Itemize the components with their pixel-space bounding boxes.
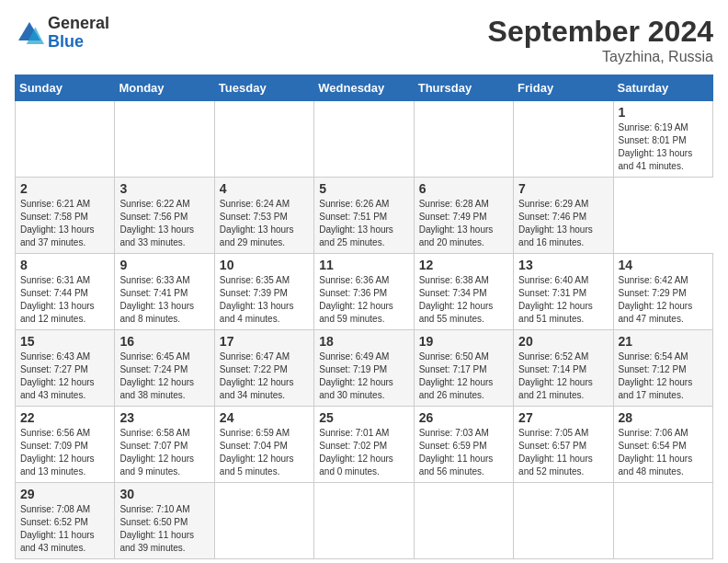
logo-general: General bbox=[48, 14, 109, 32]
calendar-cell: 18 Sunrise: 6:49 AMSunset: 7:19 PMDaylig… bbox=[314, 330, 414, 407]
calendar-cell bbox=[16, 101, 115, 178]
calendar-cell bbox=[214, 101, 313, 178]
day-number: 17 bbox=[220, 334, 309, 349]
calendar-week-5: 29 Sunrise: 7:08 AMSunset: 6:52 PMDaylig… bbox=[16, 483, 713, 559]
calendar-cell: 17 Sunrise: 6:47 AMSunset: 7:22 PMDaylig… bbox=[214, 330, 313, 407]
day-number: 18 bbox=[319, 334, 408, 349]
day-info: Sunrise: 6:47 AMSunset: 7:22 PMDaylight:… bbox=[220, 350, 309, 402]
calendar-cell: 8 Sunrise: 6:31 AMSunset: 7:44 PMDayligh… bbox=[16, 254, 115, 330]
day-number: 21 bbox=[619, 334, 708, 349]
calendar-cell: 24 Sunrise: 6:59 AMSunset: 7:04 PMDaylig… bbox=[214, 407, 313, 483]
day-number: 25 bbox=[319, 410, 408, 425]
calendar-cell: 12 Sunrise: 6:38 AMSunset: 7:34 PMDaylig… bbox=[414, 254, 513, 330]
col-monday: Monday bbox=[115, 75, 214, 101]
month-title: September 2024 bbox=[488, 15, 713, 49]
day-number: 11 bbox=[319, 258, 408, 272]
calendar-cell: 27 Sunrise: 7:05 AMSunset: 6:57 PMDaylig… bbox=[514, 407, 613, 483]
day-number: 20 bbox=[518, 334, 608, 349]
calendar-cell: 20 Sunrise: 6:52 AMSunset: 7:14 PMDaylig… bbox=[514, 330, 613, 407]
calendar-cell: 2 Sunrise: 6:21 AMSunset: 7:58 PMDayligh… bbox=[16, 178, 115, 254]
day-info: Sunrise: 6:52 AMSunset: 7:14 PMDaylight:… bbox=[518, 350, 608, 402]
calendar-week-4: 22 Sunrise: 6:56 AMSunset: 7:09 PMDaylig… bbox=[16, 407, 713, 483]
title-section: September 2024 Tayzhina, Russia bbox=[488, 15, 713, 65]
calendar-cell: 5 Sunrise: 6:26 AMSunset: 7:51 PMDayligh… bbox=[314, 178, 414, 254]
logo-text: General Blue bbox=[48, 15, 109, 52]
day-info: Sunrise: 6:35 AMSunset: 7:39 PMDaylight:… bbox=[220, 274, 309, 326]
day-number: 9 bbox=[119, 258, 209, 272]
col-saturday: Saturday bbox=[613, 75, 712, 101]
day-info: Sunrise: 6:50 AMSunset: 7:17 PMDaylight:… bbox=[419, 350, 508, 402]
day-info: Sunrise: 6:26 AMSunset: 7:51 PMDaylight:… bbox=[319, 198, 408, 249]
day-info: Sunrise: 6:19 AMSunset: 8:01 PMDaylight:… bbox=[619, 121, 708, 173]
day-info: Sunrise: 7:08 AMSunset: 6:52 PMDaylight:… bbox=[20, 503, 109, 555]
day-number: 22 bbox=[20, 410, 109, 425]
calendar-week-0: 1 Sunrise: 6:19 AMSunset: 8:01 PMDayligh… bbox=[16, 101, 713, 178]
calendar-cell: 26 Sunrise: 7:03 AMSunset: 6:59 PMDaylig… bbox=[414, 407, 513, 483]
page-header: General Blue September 2024 Tayzhina, Ru… bbox=[15, 15, 713, 65]
calendar-cell: 15 Sunrise: 6:43 AMSunset: 7:27 PMDaylig… bbox=[16, 330, 115, 407]
calendar-cell: 21 Sunrise: 6:54 AMSunset: 7:12 PMDaylig… bbox=[613, 330, 712, 407]
day-info: Sunrise: 6:56 AMSunset: 7:09 PMDaylight:… bbox=[20, 427, 109, 478]
day-info: Sunrise: 6:29 AMSunset: 7:46 PMDaylight:… bbox=[518, 198, 608, 249]
day-number: 7 bbox=[518, 181, 608, 196]
calendar-table: Sunday Monday Tuesday Wednesday Thursday… bbox=[15, 75, 713, 559]
calendar-week-1: 2 Sunrise: 6:21 AMSunset: 7:58 PMDayligh… bbox=[16, 178, 713, 254]
calendar-cell: 30 Sunrise: 7:10 AMSunset: 6:50 PMDaylig… bbox=[115, 483, 214, 559]
calendar-cell: 14 Sunrise: 6:42 AMSunset: 7:29 PMDaylig… bbox=[613, 254, 712, 330]
logo-blue: Blue bbox=[48, 32, 84, 51]
day-number: 8 bbox=[20, 258, 109, 272]
col-wednesday: Wednesday bbox=[314, 75, 414, 101]
calendar-cell: 22 Sunrise: 6:56 AMSunset: 7:09 PMDaylig… bbox=[16, 407, 115, 483]
calendar-cell: 28 Sunrise: 7:06 AMSunset: 6:54 PMDaylig… bbox=[613, 407, 712, 483]
day-number: 12 bbox=[419, 258, 508, 272]
logo: General Blue bbox=[15, 15, 109, 52]
day-number: 27 bbox=[518, 410, 608, 425]
day-number: 6 bbox=[419, 181, 508, 196]
calendar-week-2: 8 Sunrise: 6:31 AMSunset: 7:44 PMDayligh… bbox=[16, 254, 713, 330]
day-number: 19 bbox=[419, 334, 508, 349]
day-number: 2 bbox=[20, 181, 109, 196]
col-thursday: Thursday bbox=[414, 75, 513, 101]
calendar-cell: 4 Sunrise: 6:24 AMSunset: 7:53 PMDayligh… bbox=[214, 178, 313, 254]
day-number: 14 bbox=[619, 258, 708, 272]
calendar-cell: 1 Sunrise: 6:19 AMSunset: 8:01 PMDayligh… bbox=[613, 101, 712, 178]
header-row: Sunday Monday Tuesday Wednesday Thursday… bbox=[16, 75, 713, 101]
col-friday: Friday bbox=[514, 75, 613, 101]
calendar-cell: 7 Sunrise: 6:29 AMSunset: 7:46 PMDayligh… bbox=[514, 178, 613, 254]
day-number: 15 bbox=[20, 334, 109, 349]
location-title: Tayzhina, Russia bbox=[488, 49, 713, 65]
day-info: Sunrise: 6:43 AMSunset: 7:27 PMDaylight:… bbox=[20, 350, 109, 402]
day-info: Sunrise: 6:36 AMSunset: 7:36 PMDaylight:… bbox=[319, 274, 408, 326]
col-tuesday: Tuesday bbox=[214, 75, 313, 101]
day-info: Sunrise: 6:40 AMSunset: 7:31 PMDaylight:… bbox=[518, 274, 608, 326]
calendar-cell bbox=[514, 483, 613, 559]
day-info: Sunrise: 7:05 AMSunset: 6:57 PMDaylight:… bbox=[518, 427, 608, 478]
calendar-cell: 11 Sunrise: 6:36 AMSunset: 7:36 PMDaylig… bbox=[314, 254, 414, 330]
day-info: Sunrise: 7:10 AMSunset: 6:50 PMDaylight:… bbox=[119, 503, 209, 555]
day-info: Sunrise: 6:54 AMSunset: 7:12 PMDaylight:… bbox=[619, 350, 708, 402]
calendar-cell: 25 Sunrise: 7:01 AMSunset: 7:02 PMDaylig… bbox=[314, 407, 414, 483]
day-number: 3 bbox=[119, 181, 209, 196]
day-info: Sunrise: 6:58 AMSunset: 7:07 PMDaylight:… bbox=[119, 427, 209, 478]
day-info: Sunrise: 6:31 AMSunset: 7:44 PMDaylight:… bbox=[20, 274, 109, 326]
day-info: Sunrise: 7:03 AMSunset: 6:59 PMDaylight:… bbox=[419, 427, 508, 478]
calendar-cell bbox=[414, 483, 513, 559]
calendar-cell: 9 Sunrise: 6:33 AMSunset: 7:41 PMDayligh… bbox=[115, 254, 214, 330]
day-number: 30 bbox=[119, 487, 209, 501]
calendar-cell: 23 Sunrise: 6:58 AMSunset: 7:07 PMDaylig… bbox=[115, 407, 214, 483]
day-number: 26 bbox=[419, 410, 508, 425]
day-info: Sunrise: 6:28 AMSunset: 7:49 PMDaylight:… bbox=[419, 198, 508, 249]
day-number: 13 bbox=[518, 258, 608, 272]
day-number: 23 bbox=[119, 410, 209, 425]
day-number: 24 bbox=[220, 410, 309, 425]
day-info: Sunrise: 6:45 AMSunset: 7:24 PMDaylight:… bbox=[119, 350, 209, 402]
day-info: Sunrise: 6:24 AMSunset: 7:53 PMDaylight:… bbox=[220, 198, 309, 249]
calendar-cell: 19 Sunrise: 6:50 AMSunset: 7:17 PMDaylig… bbox=[414, 330, 513, 407]
day-info: Sunrise: 6:21 AMSunset: 7:58 PMDaylight:… bbox=[20, 198, 109, 249]
logo-icon bbox=[15, 18, 44, 48]
calendar-cell: 13 Sunrise: 6:40 AMSunset: 7:31 PMDaylig… bbox=[514, 254, 613, 330]
day-number: 10 bbox=[220, 258, 309, 272]
col-sunday: Sunday bbox=[16, 75, 115, 101]
calendar-cell: 29 Sunrise: 7:08 AMSunset: 6:52 PMDaylig… bbox=[16, 483, 115, 559]
day-info: Sunrise: 6:22 AMSunset: 7:56 PMDaylight:… bbox=[119, 198, 209, 249]
